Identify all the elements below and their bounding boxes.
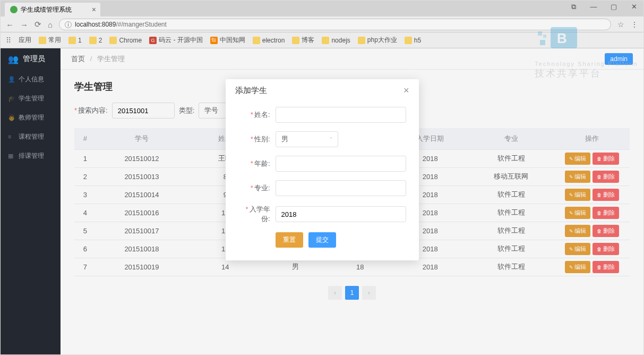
field-name-input[interactable]: [276, 107, 406, 123]
modal-close-icon[interactable]: ×: [403, 85, 409, 96]
field-name-label: *姓名:: [238, 110, 276, 120]
modal-overlay[interactable]: 添加学生 × *姓名: *性别: 男 ˅ *年龄:: [1, 1, 643, 354]
field-year-input[interactable]: [276, 206, 406, 222]
add-student-modal: 添加学生 × *姓名: *性别: 男 ˅ *年龄:: [226, 79, 419, 260]
modal-title: 添加学生: [235, 86, 267, 96]
field-gender-label: *性别:: [238, 134, 276, 144]
field-gender-select[interactable]: 男 ˅: [276, 131, 338, 147]
field-year-label: *入学年份:: [238, 205, 276, 224]
field-major-label: *专业:: [238, 183, 276, 193]
field-age-input[interactable]: [276, 156, 406, 172]
field-age-label: *年龄:: [238, 159, 276, 168]
chevron-down-icon: ˅: [330, 137, 332, 142]
submit-button[interactable]: 提交: [308, 232, 336, 248]
reset-button[interactable]: 重置: [276, 232, 303, 248]
field-major-input[interactable]: [276, 180, 406, 196]
